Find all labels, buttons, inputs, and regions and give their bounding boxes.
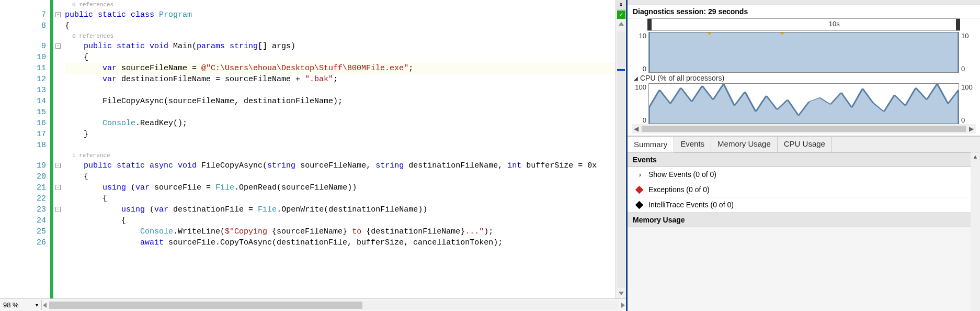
- line-number[interactable]: 16: [0, 118, 46, 129]
- code-line[interactable]: [65, 85, 616, 96]
- line-number[interactable]: 14: [0, 96, 46, 107]
- event-row[interactable]: ›››Show Events (0 of 0): [628, 167, 971, 182]
- event-label: IntelliTrace Events (0 of 0): [648, 201, 734, 209]
- code-line[interactable]: {: [65, 171, 616, 182]
- scroll-up-icon[interactable]: [619, 22, 624, 26]
- chevron-down-icon: ▾: [36, 302, 38, 308]
- line-number[interactable]: 18: [0, 140, 46, 151]
- codelens-references[interactable]: 0 references: [65, 0, 616, 9]
- code-line[interactable]: {: [65, 52, 616, 63]
- code-line[interactable]: {: [65, 215, 616, 226]
- timeline-end-marker[interactable]: [956, 19, 960, 30]
- zoom-value: 98 %: [3, 301, 19, 309]
- line-number[interactable]: 23: [0, 204, 46, 215]
- event-label: Exceptions (0 of 0): [648, 185, 710, 194]
- line-number[interactable]: 8: [0, 20, 46, 31]
- scrollbar-thumb[interactable]: [49, 302, 362, 309]
- code-line[interactable]: }: [65, 129, 616, 140]
- fold-toggle-icon[interactable]: −: [55, 163, 61, 168]
- vertical-scrollbar[interactable]: ⇕ ✓: [616, 0, 626, 298]
- tab-summary[interactable]: Summary: [628, 137, 674, 152]
- memory-chart-row: 10 0 10 0: [632, 32, 976, 73]
- line-number-gutter[interactable]: 7891011121314151617181920212223242526: [0, 0, 50, 298]
- line-number[interactable]: 24: [0, 215, 46, 226]
- line-number[interactable]: 15: [0, 107, 46, 118]
- code-line[interactable]: {: [65, 20, 616, 31]
- scroll-up-icon[interactable]: ▲: [971, 152, 980, 160]
- code-line[interactable]: FileCopyAsync(sourceFileName, destinatio…: [65, 96, 616, 107]
- code-line[interactable]: using (var sourceFile = File.OpenRead(so…: [65, 182, 616, 193]
- change-marker-column: −−−−−: [50, 0, 65, 298]
- events-list: ›››Show Events (0 of 0)Exceptions (0 of …: [628, 167, 971, 213]
- tab-events[interactable]: Events: [674, 137, 711, 152]
- fold-toggle-icon[interactable]: −: [55, 185, 61, 190]
- code-line[interactable]: public static class Program: [65, 9, 616, 20]
- codelens-references[interactable]: 1 reference: [65, 151, 616, 160]
- diagnostics-panel: Diagnostics session: 29 seconds 10s 10 0…: [628, 0, 980, 311]
- cpu-axis-low: 0: [632, 116, 646, 124]
- chevrons-icon: ›››: [635, 170, 643, 179]
- code-line[interactable]: {: [65, 193, 616, 204]
- caret-marker: [617, 69, 625, 71]
- line-number[interactable]: 22: [0, 193, 46, 204]
- line-number[interactable]: 9: [0, 41, 46, 52]
- code-line[interactable]: public static async void FileCopyAsync(s…: [65, 160, 616, 171]
- zoom-dropdown[interactable]: 98 % ▾: [0, 300, 42, 310]
- timeline-start-marker[interactable]: [647, 19, 652, 30]
- code-line[interactable]: public static void Main(params string[] …: [65, 41, 616, 52]
- code-line[interactable]: var destinationFileName = sourceFileName…: [65, 74, 616, 85]
- code-editor-pane: 7891011121314151617181920212223242526 −−…: [0, 0, 628, 311]
- tab-memory-usage[interactable]: Memory Usage: [711, 137, 778, 152]
- scroll-left-icon[interactable]: ◀: [634, 125, 639, 132]
- event-row[interactable]: IntelliTrace Events (0 of 0): [628, 197, 971, 213]
- horizontal-scrollbar[interactable]: [49, 301, 619, 310]
- cpu-chart-title: CPU (% of all processors): [632, 73, 976, 82]
- diagnostics-vscroll[interactable]: ▲: [971, 152, 980, 311]
- line-number[interactable]: 21: [0, 182, 46, 193]
- event-row[interactable]: Exceptions (0 of 0): [628, 182, 971, 197]
- line-number[interactable]: 25: [0, 226, 46, 237]
- code-line[interactable]: using (var destinationFile = File.OpenWr…: [65, 204, 616, 215]
- code-line[interactable]: await sourceFile.CopyToAsync(destination…: [65, 237, 616, 248]
- line-number[interactable]: 20: [0, 171, 46, 182]
- scroll-right-icon[interactable]: ▶: [969, 125, 974, 132]
- codelens-references[interactable]: 0 references: [65, 31, 616, 41]
- line-number[interactable]: 10: [0, 52, 46, 63]
- code-line[interactable]: Console.ReadKey();: [65, 118, 616, 129]
- scrollbar-thumb[interactable]: [642, 126, 966, 132]
- diagnostics-hscroll[interactable]: ◀ ▶: [632, 124, 976, 134]
- line-number[interactable]: 26: [0, 237, 46, 248]
- memory-axis-low-r: 0: [961, 65, 976, 73]
- cpu-chart[interactable]: [648, 83, 959, 124]
- line-number[interactable]: 17: [0, 129, 46, 140]
- code-line[interactable]: [65, 140, 616, 151]
- fold-toggle-icon[interactable]: −: [55, 12, 61, 17]
- cpu-chart-row: 100 0 100 0: [632, 83, 976, 124]
- memory-axis-low: 0: [632, 65, 646, 73]
- line-number[interactable]: 13: [0, 85, 46, 96]
- memory-axis-high: 10: [632, 32, 646, 40]
- line-number[interactable]: 11: [0, 63, 46, 74]
- scroll-down-icon[interactable]: [619, 292, 624, 295]
- intellitrace-icon: [635, 201, 643, 209]
- editor-status-bar: 98 % ▾: [0, 298, 626, 311]
- code-line[interactable]: Console.WriteLine($"Copying {sourceFileN…: [65, 226, 616, 237]
- code-line[interactable]: var sourceFileName = @"C:\Users\ehoua\De…: [65, 63, 616, 74]
- code-text-area[interactable]: 0 referencespublic static class Program{…: [65, 0, 616, 298]
- split-window-icon[interactable]: ⇕: [616, 0, 626, 9]
- code-area[interactable]: 7891011121314151617181920212223242526 −−…: [0, 0, 626, 298]
- cpu-axis-low-r: 0: [961, 116, 976, 124]
- line-number[interactable]: 12: [0, 74, 46, 85]
- memory-chart[interactable]: [648, 32, 959, 73]
- timeline-tick-label: 10s: [829, 20, 840, 28]
- cpu-axis-high: 100: [632, 83, 646, 91]
- fold-toggle-icon[interactable]: −: [55, 207, 61, 212]
- line-number[interactable]: 19: [0, 160, 46, 171]
- timeline-ruler[interactable]: 10s: [647, 18, 960, 31]
- line-number[interactable]: 7: [0, 9, 46, 20]
- memory-axis-high-r: 10: [961, 32, 976, 40]
- fold-toggle-icon[interactable]: −: [55, 43, 61, 49]
- events-section-header: Events: [628, 152, 971, 167]
- tab-cpu-usage[interactable]: CPU Usage: [778, 137, 832, 152]
- code-line[interactable]: [65, 107, 616, 118]
